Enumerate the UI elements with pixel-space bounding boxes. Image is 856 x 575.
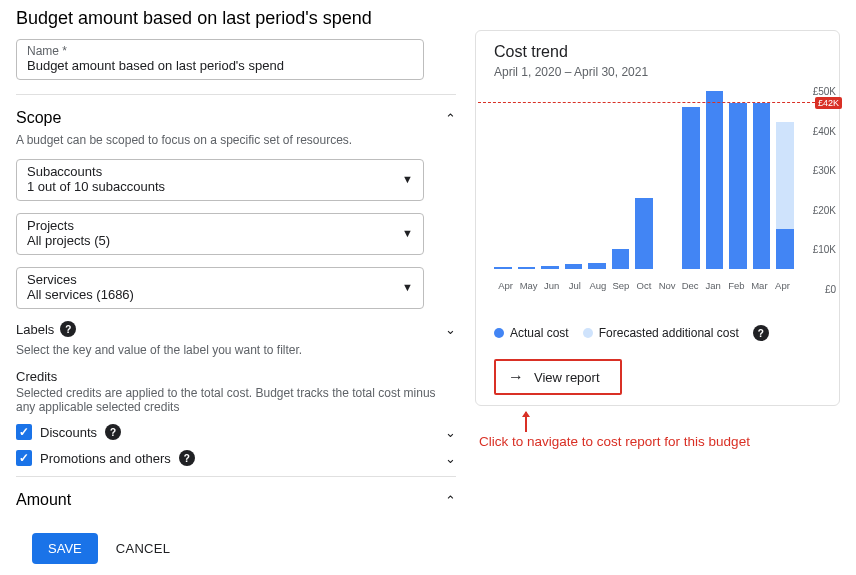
- y-tick: £30K: [813, 165, 836, 176]
- y-tick: £20K: [813, 204, 836, 215]
- cost-trend-card: Cost trend April 1, 2020 – April 30, 202…: [475, 30, 840, 406]
- promotions-label: Promotions and others: [40, 451, 171, 466]
- amount-heading: Amount: [16, 491, 71, 509]
- caret-down-icon: ▼: [402, 173, 413, 185]
- cost-trend-chart: £42K AprMayJunJulAugSepOctNovDecJanFebMa…: [494, 91, 834, 311]
- labels-header[interactable]: Labels ? ⌄: [16, 321, 456, 337]
- bar-mar: [753, 103, 771, 269]
- x-tick: Dec: [679, 280, 702, 291]
- x-tick: Jan: [702, 280, 725, 291]
- bar-nov: [659, 267, 677, 269]
- projects-select[interactable]: Projects All projects (5) ▼: [16, 213, 424, 255]
- scope-heading: Scope: [16, 109, 61, 127]
- name-label: Name *: [27, 44, 413, 58]
- discounts-label: Discounts: [40, 425, 97, 440]
- scope-desc: A budget can be scoped to focus on a spe…: [16, 133, 455, 147]
- x-tick: May: [517, 280, 540, 291]
- legend-dot-actual: [494, 328, 504, 338]
- bar-apr: [776, 122, 794, 269]
- x-tick: Oct: [632, 280, 655, 291]
- chart-legend: Actual cost Forecasted additional cost ?: [494, 321, 839, 349]
- legend-forecast: Forecasted additional cost: [599, 326, 739, 340]
- legend-actual: Actual cost: [510, 326, 569, 340]
- x-tick: Jun: [540, 280, 563, 291]
- y-tick: £50K: [813, 86, 836, 97]
- annotation-arrow-icon: [525, 412, 527, 432]
- services-select[interactable]: Services All services (1686) ▼: [16, 267, 424, 309]
- legend-dot-forecast: [583, 328, 593, 338]
- y-tick: £0: [825, 284, 836, 295]
- services-label: Services: [27, 272, 134, 287]
- x-tick: Jul: [563, 280, 586, 291]
- labels-desc: Select the key and value of the label yo…: [16, 343, 455, 357]
- bar-oct: [635, 198, 653, 269]
- services-value: All services (1686): [27, 287, 134, 302]
- caret-down-icon: ▼: [402, 281, 413, 293]
- credits-heading: Credits: [16, 369, 455, 384]
- bar-may: [518, 267, 536, 269]
- subaccounts-value: 1 out of 10 subaccounts: [27, 179, 165, 194]
- amount-header[interactable]: Amount ⌃: [16, 491, 456, 509]
- credits-desc: Selected credits are applied to the tota…: [16, 386, 444, 414]
- help-icon[interactable]: ?: [179, 450, 195, 466]
- bar-sep: [612, 249, 630, 269]
- bar-jul: [565, 264, 583, 269]
- view-report-label: View report: [534, 370, 600, 385]
- labels-heading: Labels: [16, 322, 54, 337]
- bar-jun: [541, 266, 559, 269]
- name-value: Budget amount based on last period's spe…: [27, 58, 284, 73]
- y-tick: £10K: [813, 244, 836, 255]
- bar-dec: [682, 107, 700, 269]
- caret-down-icon: ▼: [402, 227, 413, 239]
- view-report-button[interactable]: → View report: [494, 359, 622, 395]
- scope-header[interactable]: Scope ⌃: [16, 109, 456, 127]
- x-tick: Apr: [494, 280, 517, 291]
- projects-value: All projects (5): [27, 233, 110, 248]
- subaccounts-label: Subaccounts: [27, 164, 165, 179]
- promotions-checkbox[interactable]: [16, 450, 32, 466]
- bar-aug: [588, 263, 606, 269]
- y-tick: £40K: [813, 125, 836, 136]
- name-field[interactable]: Name * Budget amount based on last perio…: [16, 39, 424, 80]
- help-icon[interactable]: ?: [753, 325, 769, 341]
- bar-jan: [706, 91, 724, 269]
- x-tick: Sep: [609, 280, 632, 291]
- page-title: Budget amount based on last period's spe…: [16, 8, 455, 29]
- x-tick: Apr: [771, 280, 794, 291]
- cost-trend-heading: Cost trend: [494, 43, 839, 61]
- bar-feb: [729, 103, 747, 269]
- annotation-text: Click to navigate to cost report for thi…: [479, 434, 842, 449]
- divider: [16, 94, 456, 95]
- bar-apr: [494, 267, 512, 269]
- projects-label: Projects: [27, 218, 110, 233]
- x-tick: Aug: [586, 280, 609, 291]
- divider: [16, 476, 456, 477]
- cancel-button[interactable]: CANCEL: [116, 541, 171, 556]
- arrow-right-icon: →: [508, 369, 524, 385]
- x-tick: Nov: [656, 280, 679, 291]
- save-button[interactable]: SAVE: [32, 533, 98, 564]
- subaccounts-select[interactable]: Subaccounts 1 out of 10 subaccounts ▼: [16, 159, 424, 201]
- help-icon[interactable]: ?: [60, 321, 76, 337]
- x-tick: Mar: [748, 280, 771, 291]
- x-tick: Feb: [725, 280, 748, 291]
- discounts-checkbox[interactable]: [16, 424, 32, 440]
- help-icon[interactable]: ?: [105, 424, 121, 440]
